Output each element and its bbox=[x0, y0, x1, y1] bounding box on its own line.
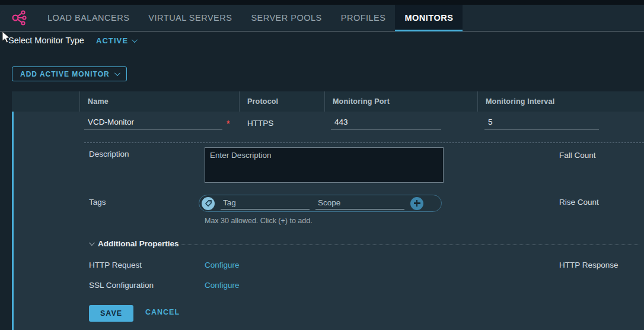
tags-label: Tags bbox=[89, 198, 106, 207]
monitoring-port-input[interactable] bbox=[331, 116, 441, 129]
cancel-button[interactable]: CANCEL bbox=[145, 308, 180, 316]
column-header-monitoring-port: Monitoring Port bbox=[324, 91, 477, 112]
http-request-configure-link[interactable]: Configure bbox=[205, 261, 240, 269]
required-asterisk: * bbox=[227, 119, 229, 128]
additional-properties-toggle[interactable]: Additional Properties bbox=[89, 239, 179, 248]
dotted-divider bbox=[181, 245, 639, 245]
tags-helper-text: Max 30 allowed. Click (+) to add. bbox=[205, 217, 313, 225]
add-tag-button[interactable] bbox=[410, 197, 423, 210]
chevron-down-icon bbox=[132, 37, 138, 43]
additional-properties-label: Additional Properties bbox=[98, 239, 179, 248]
monitor-edit-row: * HTTPS Description Fall Count Tags Max … bbox=[12, 112, 644, 330]
tab-monitors[interactable]: MONITORS bbox=[395, 5, 463, 31]
tab-virtual-servers[interactable]: VIRTUAL SERVERS bbox=[139, 5, 241, 31]
column-header-empty bbox=[12, 91, 79, 112]
tab-profiles[interactable]: PROFILES bbox=[331, 5, 396, 31]
add-active-monitor-button[interactable]: ADD ACTIVE MONITOR bbox=[12, 66, 127, 81]
window-top-strip bbox=[0, 0, 644, 5]
tag-input[interactable] bbox=[221, 198, 310, 210]
tab-server-pools[interactable]: SERVER POOLS bbox=[241, 5, 331, 31]
monitor-type-bar: Select Monitor Type ACTIVE bbox=[8, 36, 136, 45]
column-header-name: Name bbox=[79, 91, 239, 112]
fall-count-label: Fall Count bbox=[559, 151, 596, 160]
save-button[interactable]: SAVE bbox=[89, 305, 133, 322]
tag-icon bbox=[202, 197, 215, 210]
http-request-label: HTTP Request bbox=[89, 261, 142, 269]
monitor-type-value: ACTIVE bbox=[96, 36, 128, 45]
monitors-page: LOAD BALANCERS VIRTUAL SERVERS SERVER PO… bbox=[0, 0, 644, 330]
chevron-down-icon bbox=[89, 240, 95, 246]
dashed-divider bbox=[84, 142, 644, 143]
ssl-configuration-configure-link[interactable]: Configure bbox=[205, 281, 240, 290]
protocol-value: HTTPS bbox=[247, 119, 273, 128]
description-textarea[interactable] bbox=[205, 147, 444, 183]
tab-load-balancers[interactable]: LOAD BALANCERS bbox=[38, 5, 139, 31]
lb-nav-bar: LOAD BALANCERS VIRTUAL SERVERS SERVER PO… bbox=[0, 5, 644, 31]
ssl-configuration-label: SSL Configuration bbox=[89, 281, 154, 290]
monitors-table-header: Name Protocol Monitoring Port Monitoring… bbox=[12, 91, 644, 112]
name-input[interactable] bbox=[84, 116, 222, 129]
column-header-monitoring-interval: Monitoring Interval bbox=[477, 91, 644, 112]
rise-count-label: Rise Count bbox=[559, 198, 599, 207]
tags-editor bbox=[199, 195, 442, 212]
http-response-label: HTTP Response bbox=[559, 261, 619, 269]
add-active-monitor-label: ADD ACTIVE MONITOR bbox=[20, 70, 110, 78]
column-header-protocol: Protocol bbox=[239, 91, 324, 112]
load-balancer-icon bbox=[11, 9, 28, 27]
scope-input[interactable] bbox=[315, 198, 404, 210]
description-label: Description bbox=[89, 150, 129, 158]
select-monitor-type-label: Select Monitor Type bbox=[8, 36, 84, 45]
chevron-down-icon bbox=[114, 70, 120, 76]
monitor-type-dropdown[interactable]: ACTIVE bbox=[96, 36, 136, 45]
monitoring-interval-input[interactable] bbox=[484, 116, 599, 129]
